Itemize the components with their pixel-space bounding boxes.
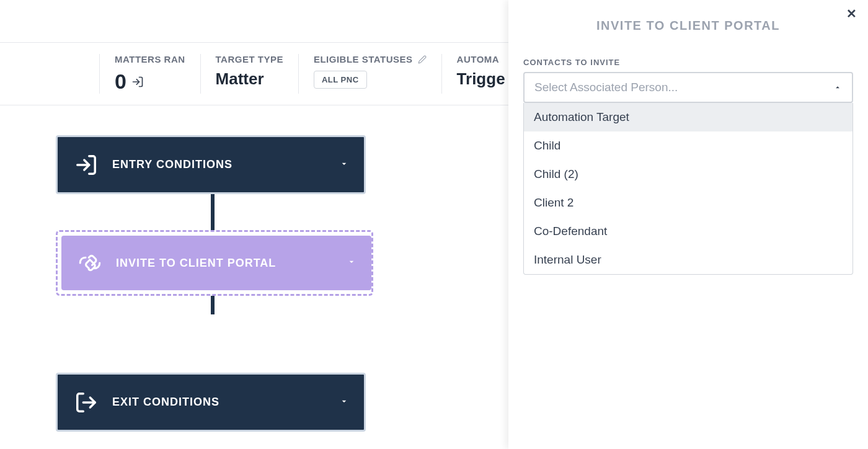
dropdown-option[interactable]: Child	[524, 131, 852, 160]
stat-value: Trigge	[457, 69, 505, 89]
connector-line	[211, 194, 215, 230]
invite-client-portal-node[interactable]: INVITE TO CLIENT PORTAL	[61, 236, 371, 290]
invite-node-wrapper: INVITE TO CLIENT PORTAL	[56, 230, 373, 296]
chevron-down-icon	[339, 396, 349, 409]
select-placeholder: Select Associated Person...	[534, 81, 678, 94]
stat-target-type: TARGET TYPE Matter	[200, 54, 298, 94]
contacts-field-label: CONTACTS TO INVITE	[523, 58, 853, 67]
stat-label: MATTERS RAN	[115, 54, 185, 64]
chevron-down-icon	[339, 159, 349, 171]
dropdown-option[interactable]: Child (2)	[524, 160, 852, 189]
stat-value: 0	[115, 69, 185, 94]
connector-line	[211, 296, 215, 314]
panel-title: INVITE TO CLIENT PORTAL	[523, 19, 853, 33]
entry-icon	[73, 153, 100, 177]
matters-ran-count: 0	[115, 69, 126, 94]
dropdown-option[interactable]: Internal User	[524, 246, 852, 274]
node-label: ENTRY CONDITIONS	[112, 158, 232, 171]
stat-matters-ran: MATTERS RAN 0	[99, 54, 200, 94]
eligible-statuses-text: ELIGIBLE STATUSES	[314, 54, 413, 64]
status-chip[interactable]: ALL PNC	[314, 71, 367, 89]
enter-icon	[131, 76, 144, 88]
dropdown-option[interactable]: Client 2	[524, 189, 852, 217]
stat-label: ELIGIBLE STATUSES	[314, 54, 427, 64]
chevron-down-icon	[347, 257, 356, 269]
stat-label: AUTOMA	[457, 54, 505, 64]
connector-gap	[56, 314, 373, 373]
dropdown-option[interactable]: Co-Defendant	[524, 217, 852, 246]
close-icon[interactable]: ✕	[846, 6, 857, 21]
stat-value: Matter	[216, 69, 283, 89]
stat-value: ALL PNC	[314, 71, 427, 89]
node-label: EXIT CONDITIONS	[112, 396, 219, 409]
exit-icon	[73, 391, 100, 414]
node-label: INVITE TO CLIENT PORTAL	[116, 257, 276, 270]
side-panel-invite: ✕ INVITE TO CLIENT PORTAL CONTACTS TO IN…	[508, 0, 868, 449]
caret-up-icon	[833, 83, 842, 92]
contacts-select[interactable]: Select Associated Person...	[523, 72, 853, 103]
contacts-dropdown[interactable]: Automation Target Child Child (2) Client…	[523, 103, 853, 275]
entry-conditions-node[interactable]: ENTRY CONDITIONS	[56, 135, 366, 194]
flow-canvas: ENTRY CONDITIONS INVITE TO CLIENT PORTAL	[56, 135, 373, 432]
stat-eligible-statuses: ELIGIBLE STATUSES ALL PNC	[298, 54, 441, 94]
dropdown-option[interactable]: Automation Target	[524, 103, 852, 131]
edit-icon[interactable]	[418, 55, 427, 64]
exit-conditions-node[interactable]: EXIT CONDITIONS	[56, 373, 366, 432]
handshake-icon	[76, 250, 104, 276]
stat-label: TARGET TYPE	[216, 54, 283, 64]
